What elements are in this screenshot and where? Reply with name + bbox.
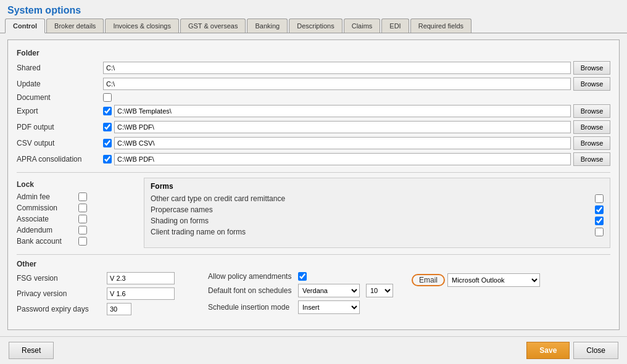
title-bar: System options	[0, 0, 627, 19]
default-font-label: Default font on schedules	[208, 286, 294, 295]
csv-input[interactable]	[114, 137, 571, 149]
main-window: System options Control Broker details In…	[0, 0, 627, 364]
tab-control[interactable]: Control	[5, 19, 45, 33]
forms-trading-name-row: Client trading name on forms	[151, 228, 604, 236]
tab-bar: Control Broker details Invoices & closin…	[0, 19, 627, 33]
folder-export-row: Export Browse	[17, 104, 610, 118]
content-area: Folder Shared Browse Update Browse Docum…	[0, 33, 627, 336]
divider2	[17, 254, 610, 255]
pdf-label: PDF output	[17, 123, 103, 131]
document-checkbox[interactable]	[103, 93, 112, 102]
export-checkbox[interactable]	[103, 107, 112, 115]
schedule-mode-row: Schedule insertion mode Insert Append	[208, 300, 405, 314]
lock-heading: Lock	[17, 180, 134, 189]
other-right-col: Email Microsoft Outlook Other	[412, 272, 610, 315]
tab-broker-details[interactable]: Broker details	[46, 19, 104, 33]
lock-admin-fee-label: Admin fee	[17, 192, 78, 201]
main-panel: Folder Shared Browse Update Browse Docum…	[7, 39, 620, 330]
forms-propercase-label: Propercase names	[151, 205, 595, 214]
schedule-mode-label: Schedule insertion mode	[208, 303, 294, 312]
export-label: Export	[17, 107, 103, 115]
page-title: System options	[7, 5, 620, 16]
close-button[interactable]: Close	[573, 342, 618, 359]
save-button[interactable]: Save	[526, 342, 570, 359]
apra-label: APRA consolidation	[17, 155, 103, 163]
other-heading: Other	[17, 260, 610, 268]
fsg-version-input[interactable]	[107, 272, 175, 284]
csv-checkbox[interactable]	[103, 139, 112, 147]
lock-bank-account-checkbox[interactable]	[78, 237, 87, 246]
allow-policy-checkbox[interactable]	[298, 272, 307, 281]
forms-trading-name-label: Client trading name on forms	[151, 228, 595, 236]
lock-commission-label: Commission	[17, 204, 78, 212]
apra-browse-btn[interactable]: Browse	[573, 152, 610, 166]
allow-policy-row: Allow policy amendments	[208, 272, 405, 281]
forms-shading-row: Shading on forms	[151, 217, 604, 225]
allow-policy-label: Allow policy amendments	[208, 272, 294, 281]
csv-browse-btn[interactable]: Browse	[573, 136, 610, 150]
privacy-version-row: Privacy version	[17, 287, 202, 300]
folder-pdf-row: PDF output Browse	[17, 120, 610, 134]
forms-shading-checkbox[interactable]	[595, 217, 604, 225]
tab-gst-overseas[interactable]: GST & overseas	[180, 19, 246, 33]
lock-associate-label: Associate	[17, 215, 78, 223]
folder-heading: Folder	[17, 49, 610, 57]
divider1	[17, 172, 610, 173]
pdf-input[interactable]	[114, 121, 571, 133]
export-input[interactable]	[114, 105, 571, 117]
update-input[interactable]	[103, 78, 571, 90]
apra-input[interactable]	[114, 153, 571, 165]
lock-admin-fee-row: Admin fee	[17, 192, 134, 201]
email-row: Email Microsoft Outlook Other	[412, 273, 540, 287]
lock-commission-row: Commission	[17, 204, 134, 212]
lock-section: Lock Admin fee Commission Associate	[17, 178, 134, 248]
forms-trading-name-checkbox[interactable]	[595, 228, 604, 236]
privacy-version-input[interactable]	[107, 287, 175, 300]
forms-other-card-row: Other card type on credit card remittanc…	[151, 194, 604, 203]
default-font-select[interactable]: Verdana Arial Times New Roman	[298, 284, 360, 297]
shared-input[interactable]	[103, 62, 571, 74]
tab-descriptions[interactable]: Descriptions	[289, 19, 343, 33]
pdf-browse-btn[interactable]: Browse	[573, 120, 610, 134]
tab-invoices-closings[interactable]: Invoices & closings	[105, 19, 179, 33]
folder-apra-row: APRA consolidation Browse	[17, 152, 610, 166]
forms-propercase-row: Propercase names	[151, 205, 604, 214]
password-expiry-row: Password expiry days	[17, 303, 202, 315]
fsg-version-row: FSG version	[17, 272, 202, 284]
folder-shared-row: Shared Browse	[17, 61, 610, 75]
password-expiry-label: Password expiry days	[17, 305, 103, 313]
tab-banking[interactable]: Banking	[247, 19, 288, 33]
folder-document-row: Document	[17, 93, 610, 102]
lock-bank-account-row: Bank account	[17, 237, 134, 246]
email-client-select[interactable]: Microsoft Outlook Other	[447, 273, 540, 287]
lock-addendum-label: Addendum	[17, 226, 78, 234]
other-grid: FSG version Privacy version Password exp…	[17, 272, 610, 315]
privacy-version-label: Privacy version	[17, 289, 103, 298]
reset-button[interactable]: Reset	[9, 342, 54, 359]
forms-other-card-checkbox[interactable]	[595, 194, 604, 203]
password-expiry-input[interactable]	[107, 303, 131, 315]
lock-commission-checkbox[interactable]	[78, 204, 87, 212]
update-browse-btn[interactable]: Browse	[573, 77, 610, 91]
lock-addendum-checkbox[interactable]	[78, 226, 87, 234]
apra-checkbox[interactable]	[103, 155, 112, 163]
update-label: Update	[17, 80, 103, 88]
forms-other-card-label: Other card type on credit card remittanc…	[151, 194, 595, 203]
lock-admin-fee-checkbox[interactable]	[78, 192, 87, 201]
folder-section: Folder Shared Browse Update Browse Docum…	[17, 49, 610, 166]
lock-associate-checkbox[interactable]	[78, 215, 87, 223]
tab-required-fields[interactable]: Required fields	[410, 19, 471, 33]
forms-propercase-checkbox[interactable]	[595, 205, 604, 214]
schedule-mode-select[interactable]: Insert Append	[298, 300, 360, 314]
other-mid-col: Allow policy amendments Default font on …	[208, 272, 405, 315]
other-section: Other FSG version Privacy version	[17, 260, 610, 315]
font-size-select[interactable]: 10 11 12	[366, 284, 393, 297]
tab-edi[interactable]: EDI	[381, 19, 409, 33]
lock-associate-row: Associate	[17, 215, 134, 223]
tab-claims[interactable]: Claims	[344, 19, 381, 33]
shared-label: Shared	[17, 64, 103, 72]
export-browse-btn[interactable]: Browse	[573, 104, 610, 118]
pdf-checkbox[interactable]	[103, 123, 112, 131]
fsg-version-label: FSG version	[17, 274, 103, 283]
shared-browse-btn[interactable]: Browse	[573, 61, 610, 75]
